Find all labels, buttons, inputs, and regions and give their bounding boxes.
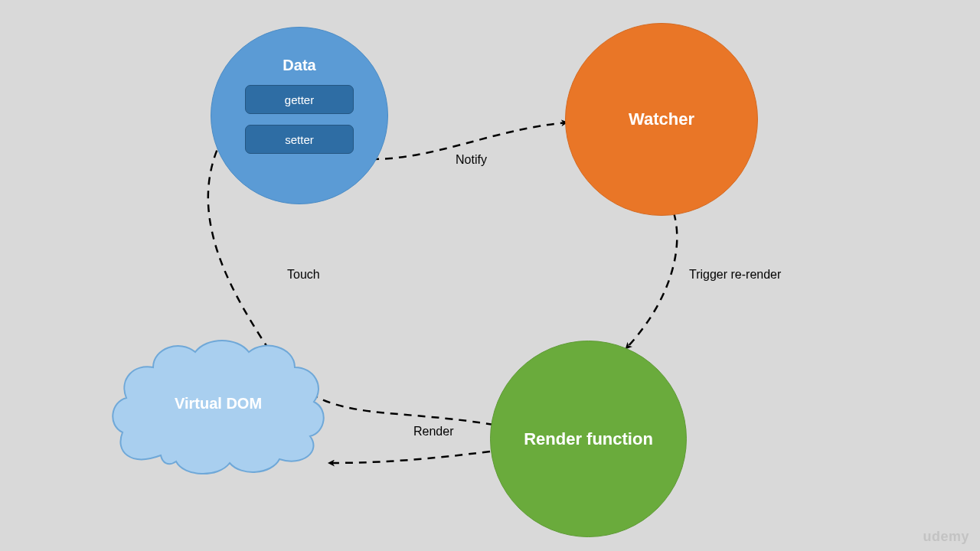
setter-pill: setter	[245, 125, 354, 154]
label-touch: Touch	[287, 268, 320, 282]
node-render-title: Render function	[524, 429, 653, 449]
node-render: Render function	[490, 341, 687, 537]
edge-render	[329, 452, 490, 463]
label-notify: Notify	[456, 153, 487, 167]
watermark: udemy	[923, 529, 969, 545]
node-vdom-title: Virtual DOM	[107, 325, 329, 482]
label-trigger: Trigger re-render	[689, 268, 781, 282]
node-data: Data getter setter	[211, 27, 388, 204]
node-data-title: Data	[283, 57, 315, 74]
diagram-stage: Data getter setter Watcher Render functi…	[0, 0, 980, 551]
node-watcher-title: Watcher	[629, 109, 694, 129]
node-vdom: Virtual DOM	[107, 325, 329, 482]
node-watcher: Watcher	[565, 23, 758, 216]
edge-trigger	[626, 213, 677, 348]
getter-pill: getter	[245, 85, 354, 114]
label-render: Render	[413, 425, 453, 439]
